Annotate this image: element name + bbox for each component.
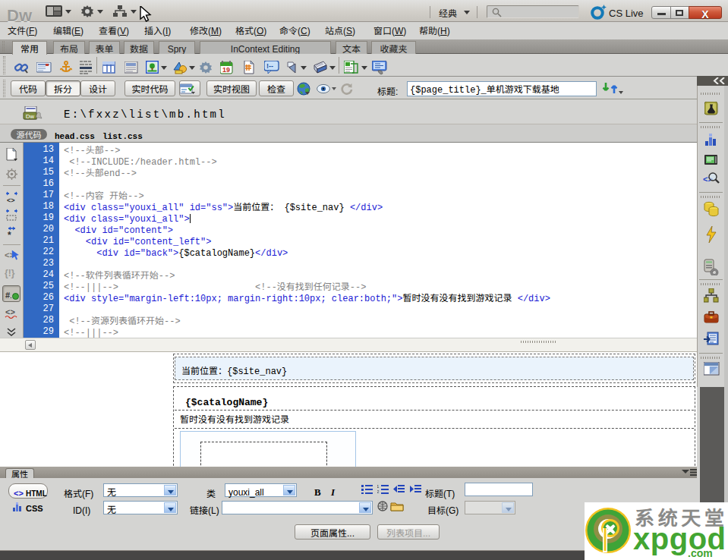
svg-text:*: * xyxy=(8,228,11,238)
svg-text:2: 2 xyxy=(377,488,380,494)
svg-text:Dw: Dw xyxy=(26,113,34,120)
svg-text:<>: <> xyxy=(7,195,15,203)
svg-text:{!}: {!} xyxy=(5,266,15,278)
svg-text:!--: !-- xyxy=(266,61,273,71)
svg-text:.com: .com xyxy=(688,545,713,560)
svg-text:19: 19 xyxy=(222,64,230,74)
svg-text:<>: <> xyxy=(5,307,15,317)
